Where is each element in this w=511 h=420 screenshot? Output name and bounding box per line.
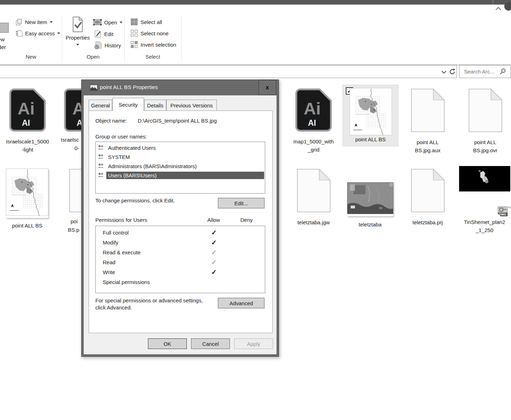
permission-row: Modify ✓ [96, 238, 265, 248]
group-row[interactable]: Administrators (BARS\Administrators) [96, 161, 265, 171]
dwg-badge-icon: DWG TM [497, 205, 511, 218]
file-tile-point-all-bs-selected[interactable]: ✓ point ALL BS [343, 85, 398, 146]
permission-row: Read ✓ [96, 258, 265, 268]
document-icon [468, 88, 503, 135]
dwg-badge-text: DWG [499, 213, 506, 216]
address-bar[interactable] [0, 65, 457, 78]
object-name-label: Object name: [95, 118, 127, 124]
select-all-button[interactable]: Select all [131, 18, 162, 26]
file-tile-point-all-bs[interactable]: point ALL BS [0, 168, 55, 230]
tab-general[interactable]: General [89, 100, 112, 111]
easy-access-button[interactable]: Easy access [16, 30, 60, 37]
new-item-label: New item [25, 19, 47, 25]
apply-button[interactable]: Apply [234, 338, 273, 349]
ai-icon-text: AI [22, 118, 30, 128]
tab-security[interactable]: Security [112, 98, 144, 111]
object-name-value: D:\ArcGIS_temp\point ALL BS.jpg [138, 118, 217, 124]
advanced-button[interactable]: Advanced [218, 298, 265, 308]
history-icon [94, 41, 102, 49]
invert-selection-button[interactable]: Invert selection [131, 41, 176, 48]
group-separator [181, 16, 182, 62]
file-tile-point-all-bs-jpg-aux[interactable]: point ALLBS.jpg.aux [399, 88, 456, 154]
refresh-icon[interactable] [449, 68, 456, 75]
permissions-box: Full control ✓ Modify ✓ Read & execute ✓… [95, 226, 265, 293]
new-folder-button[interactable]: New folder [0, 16, 17, 55]
ok-button[interactable]: OK [148, 338, 187, 349]
permission-row: Full control ✓ [96, 228, 265, 238]
aerial-photo-thumbnail [347, 182, 393, 216]
group-user-list[interactable]: Authenticated Users SYSTEM Administrator… [95, 142, 265, 194]
users-icon [98, 172, 106, 178]
open-button[interactable]: Open [93, 19, 123, 26]
titlebar-divider [493, 0, 493, 5]
tab-details[interactable]: Details [144, 100, 166, 111]
help-button[interactable] [504, 2, 511, 11]
chevron-down-icon[interactable] [441, 70, 447, 74]
search-input[interactable] [464, 69, 499, 75]
dwg-tm-text: TM [508, 206, 511, 208]
allow-check: ✓ [208, 229, 220, 237]
invert-selection-icon [131, 41, 138, 48]
ribbon-group-new-label: New [0, 54, 62, 61]
file-name: map1_5000_with_grid [293, 137, 334, 154]
new-item-button[interactable]: New item [16, 18, 53, 26]
dialog-titlebar[interactable]: point ALL BS Properties x [82, 80, 279, 95]
search-icon[interactable] [499, 68, 506, 75]
group-row[interactable]: Authenticated Users [96, 143, 265, 152]
permissions-title: Permissions for Users [95, 217, 147, 223]
dropdown-arrow-icon [76, 44, 79, 46]
users-icon [98, 154, 106, 160]
ribbon-group-open-label: Open [62, 54, 124, 61]
edit-label: Edit [104, 31, 113, 37]
file-name: point ALLBS.jpg.aux [415, 138, 441, 154]
properties-dialog: point ALL BS Properties x General Securi… [81, 79, 279, 357]
file-name: point ALLBS.jpg.ovr [473, 138, 497, 154]
window-titlebar-strip [0, 0, 511, 5]
allow-check: ✓ [208, 268, 220, 276]
document-icon [411, 168, 445, 215]
select-none-icon [131, 30, 138, 37]
allow-check: ✓ [208, 238, 220, 247]
search-box[interactable] [459, 65, 511, 78]
map-thumbnail [350, 88, 392, 136]
ai-file-icon: Ai AI [9, 88, 46, 134]
file-tile-israelscale1-5000-light[interactable]: Ai AI Israelscale1_5000-light [0, 88, 56, 154]
dropdown-arrow-icon [120, 22, 123, 23]
select-all-label: Select all [141, 19, 162, 25]
allow-header: Allow [201, 217, 226, 223]
close-button[interactable]: x [259, 80, 276, 95]
edit-permissions-button[interactable]: Edit... [218, 198, 265, 208]
file-name: teletztaba.jgw [297, 218, 330, 226]
file-name: teletztaba.prj [412, 218, 443, 226]
dwg-thumbnail [459, 166, 510, 191]
file-tile-teletztaba-prj[interactable]: teletztaba.prj [399, 168, 456, 226]
file-name-fragment: 0- [75, 145, 79, 151]
file-tile-teletztaba-jgw[interactable]: teletztaba.jgw [285, 168, 342, 226]
group-row[interactable]: Users (BARS\Users) [96, 171, 265, 180]
ribbon-collapse-button[interactable] [495, 6, 501, 12]
cancel-button[interactable]: Cancel [191, 338, 230, 349]
image-file-icon [90, 84, 98, 91]
document-icon [411, 88, 445, 135]
file-tile-teletztaba[interactable]: teletztaba [342, 182, 398, 229]
group-row[interactable]: SYSTEM [96, 152, 265, 161]
group-list-label: Group or user names: [95, 134, 147, 140]
edit-button[interactable]: Edit [94, 30, 113, 38]
file-tile-tinshemet-plan2[interactable] [459, 166, 510, 191]
file-name-fragment: BS.p [68, 227, 79, 233]
tab-previous-versions[interactable]: Previous Versions [166, 100, 217, 111]
history-button[interactable]: History [94, 41, 121, 49]
map-thumbnail [6, 168, 48, 218]
permission-row: Write ✓ [96, 268, 265, 278]
invert-selection-label: Invert selection [141, 42, 176, 48]
dialog-body: General Security Details Previous Versio… [84, 95, 277, 354]
permission-row: Read & execute ✓ [96, 248, 265, 258]
easy-access-label: Easy access [25, 30, 55, 36]
file-tile-point-all-bs-jpg-ovr[interactable]: point ALLBS.jpg.ovr [457, 88, 511, 154]
file-tile-map1-5000-with-grid[interactable]: Ai AI map1_5000_with_grid [285, 88, 342, 154]
allow-check: ✓ [208, 248, 220, 256]
properties-button[interactable]: Properties [64, 16, 92, 47]
chevron-up-icon [495, 6, 501, 11]
select-none-button[interactable]: Select none [131, 30, 168, 37]
ribbon-group-select-label: Select [124, 54, 181, 61]
